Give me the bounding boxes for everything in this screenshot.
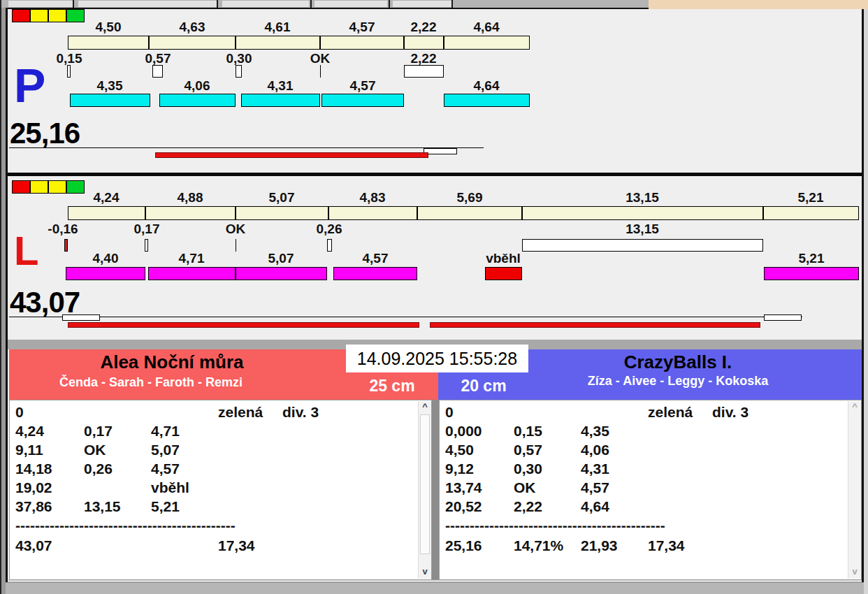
penalty-box [236, 65, 242, 78]
run-bar [236, 267, 327, 280]
table-cell: 9,11 [15, 442, 43, 458]
table-cell: 5,07 [151, 442, 180, 458]
table-cell: 4,57 [581, 480, 609, 495]
traffic-light-l-1 [30, 180, 48, 194]
lane-total-P: 25,16 [10, 119, 80, 148]
run-bar [485, 267, 522, 280]
table-cell: 4,24 [15, 423, 44, 439]
background-toolbar-segment [78, 1, 217, 7]
table-cell: 4,35 [581, 423, 609, 439]
split-bar [320, 36, 404, 50]
table-divider [432, 400, 439, 580]
table-cell: div. 3 [712, 405, 748, 420]
split-bar [404, 36, 444, 50]
table-cell: 19,02 [15, 480, 52, 495]
table-total-cell: 14,71% [514, 538, 563, 553]
traffic-light-p-0 [12, 9, 30, 22]
penalty-label: 0,57 [145, 52, 171, 65]
background-toolbar-segment [222, 1, 309, 7]
team-name: CrazyBalls I. [528, 352, 828, 373]
team-table-left[interactable]: ^ v 0zelenádiv. 34,240,174,719,11OK5,071… [9, 400, 432, 580]
penalty-box [327, 239, 332, 252]
table-cell: 4,57 [151, 461, 180, 477]
window-border-right-gutter [864, 9, 868, 594]
run-bar [159, 94, 236, 107]
team-members: Zíza - Aivee - Leggy - Kokoska [528, 374, 828, 389]
table-cell: zelená [218, 405, 263, 420]
table-divider-dashes: ----------------------------------------… [445, 518, 665, 533]
table-cell: OK [84, 442, 106, 458]
run-bar [148, 267, 236, 280]
datetime: 14.09.2025 15:55:28 [346, 345, 528, 372]
run-time-label: vběhl [486, 252, 521, 265]
table-cell: vběhl [151, 480, 189, 495]
penalty-box [522, 239, 763, 252]
penalty-label: 0,17 [134, 222, 160, 236]
traffic-light-p-3 [66, 9, 85, 22]
table-total-cell: 43,07 [15, 538, 52, 553]
scroll-down-icon[interactable]: v [848, 567, 861, 578]
toolbar-divider [217, 0, 218, 8]
table-cell: 0,17 [84, 423, 113, 439]
scroll-up-icon[interactable]: ^ [848, 402, 861, 413]
split-time-label: 4,24 [94, 191, 120, 204]
toolbar-divider [451, 0, 453, 8]
toolbar-divider [310, 0, 312, 8]
split-bar [149, 36, 236, 50]
progress-red-bar [68, 322, 419, 328]
scrollbar-left-table[interactable]: ^ v [418, 401, 431, 579]
penalty-label: OK [310, 52, 331, 65]
split-bar [68, 206, 145, 220]
table-cell: 13,74 [445, 480, 482, 495]
table-cell: 0,57 [514, 442, 542, 458]
jump-height-left: 25 cm [346, 377, 438, 396]
progress-marker-box [62, 314, 100, 321]
penalty-box [64, 239, 68, 252]
background-toolbar-segment [314, 1, 387, 7]
penalty-box [145, 239, 148, 252]
scroll-up-icon[interactable]: ^ [419, 402, 431, 413]
penalty-box [404, 65, 444, 78]
run-time-label: 4,31 [268, 79, 294, 92]
table-total-cell: 21,93 [581, 538, 618, 553]
run-bar [333, 267, 417, 280]
team-table-right[interactable]: ^ v 0zelenádiv. 30,0000,154,354,500,574,… [439, 400, 862, 580]
scrollbar-thumb[interactable] [420, 414, 430, 554]
traffic-light-p-1 [30, 9, 48, 22]
progress-marker-box [424, 148, 457, 154]
scroll-down-icon[interactable]: v [419, 567, 431, 578]
split-bar [236, 206, 328, 220]
scrollbar-right-table[interactable]: ^ v [848, 401, 861, 579]
table-cell: 2,22 [514, 499, 542, 514]
run-time-label: 4,64 [474, 79, 500, 92]
background-toolbar-segment [393, 1, 451, 7]
progress-baseline [9, 147, 484, 148]
table-cell: 4,71 [151, 423, 180, 439]
table-cell: 5,21 [151, 499, 180, 514]
table-cell: 0 [15, 405, 24, 420]
split-time-label: 4,57 [349, 20, 375, 34]
run-time-label: 4,57 [363, 252, 389, 265]
run-time-label: 4,35 [97, 79, 123, 92]
run-bar [321, 94, 404, 107]
desktop-strip [649, 0, 868, 9]
run-time-label: 5,07 [268, 252, 294, 265]
split-time-label: 4,88 [178, 191, 203, 204]
traffic-light-l-2 [48, 180, 66, 194]
split-bar [444, 36, 530, 50]
window-border-left [6, 9, 8, 582]
table-cell: 20,52 [445, 499, 482, 514]
penalty-label: 0,26 [317, 222, 342, 236]
run-time-label: 4,57 [350, 79, 376, 92]
table-cell: 0,15 [514, 423, 542, 439]
penalty-label: 0,30 [226, 52, 252, 65]
split-time-label: 4,63 [180, 20, 205, 34]
jump-height-right: 20 cm [438, 377, 529, 396]
penalty-tick [236, 239, 236, 252]
table-cell: 0 [445, 405, 454, 420]
panel-divider [8, 173, 862, 176]
table-cell: 0,30 [514, 461, 542, 477]
split-time-label: 2,22 [411, 20, 437, 34]
run-bar [444, 94, 530, 107]
table-cell: div. 3 [282, 405, 319, 420]
